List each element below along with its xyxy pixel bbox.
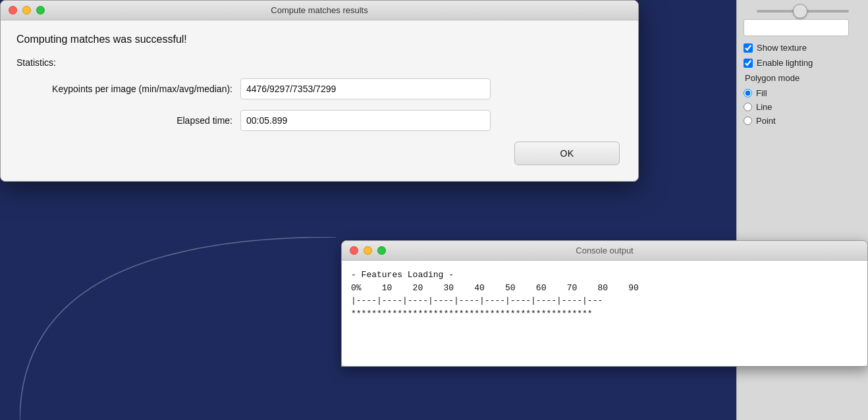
elapsed-row: Elapsed time: — [16, 110, 622, 131]
console-window: Console output - Features Loading - 0% 1… — [341, 240, 868, 367]
console-window-controls — [350, 246, 386, 255]
console-body: - Features Loading - 0% 10 20 30 40 50 6… — [342, 261, 867, 366]
console-line-1: - Features Loading - — [351, 269, 858, 282]
line-radio-row: Line — [744, 102, 861, 112]
compute-matches-dialog: Compute matches results Computing matche… — [0, 0, 639, 182]
point-radio[interactable] — [744, 117, 752, 125]
show-texture-label: Show texture — [757, 43, 807, 53]
console-titlebar: Console output — [342, 241, 867, 261]
fill-radio[interactable] — [744, 89, 752, 97]
console-maximize-button[interactable] — [377, 246, 386, 255]
window-controls — [9, 6, 45, 14]
show-texture-checkbox[interactable] — [744, 43, 753, 53]
keypoints-input[interactable] — [240, 78, 491, 99]
enable-lighting-row: Enable lighting — [744, 58, 861, 68]
point-label: Point — [756, 116, 776, 126]
sidebar-text-input[interactable] — [744, 19, 849, 36]
console-line-3: |----|----|----|----|----|----|----|----… — [351, 294, 858, 307]
dialog-title: Compute matches results — [271, 5, 367, 15]
console-line-4: ****************************************… — [351, 307, 858, 321]
ok-button[interactable]: OK — [514, 142, 620, 165]
fill-radio-row: Fill — [744, 88, 861, 98]
maximize-button[interactable] — [36, 6, 45, 14]
dialog-titlebar: Compute matches results — [1, 1, 638, 20]
console-minimize-button[interactable] — [364, 246, 372, 255]
stats-label: Statistics: — [16, 57, 622, 68]
minimize-button[interactable] — [22, 6, 31, 14]
success-text: Computing matches was successful! — [16, 34, 622, 45]
point-radio-row: Point — [744, 116, 861, 126]
console-close-button[interactable] — [350, 246, 358, 255]
dialog-body: Computing matches was successful! Statis… — [1, 20, 638, 181]
slider-thumb[interactable] — [793, 4, 807, 18]
polygon-mode-label: Polygon mode — [745, 73, 861, 83]
enable-lighting-label: Enable lighting — [757, 58, 813, 68]
show-texture-row: Show texture — [744, 43, 861, 53]
elapsed-input[interactable] — [240, 110, 491, 131]
close-button[interactable] — [9, 6, 17, 14]
console-line-2: 0% 10 20 30 40 50 60 70 80 90 — [351, 282, 858, 295]
enable-lighting-checkbox[interactable] — [744, 59, 753, 68]
elapsed-label: Elapsed time: — [16, 115, 240, 126]
viewport-arc — [20, 237, 349, 420]
console-title: Console output — [576, 246, 633, 255]
slider-track — [757, 10, 849, 13]
dialog-footer: OK — [16, 142, 622, 165]
line-label: Line — [756, 102, 773, 112]
fill-label: Fill — [756, 88, 767, 98]
line-radio[interactable] — [744, 103, 752, 111]
keypoints-label: Keypoints per image (min/max/avg/median)… — [16, 84, 240, 94]
keypoints-row: Keypoints per image (min/max/avg/median)… — [16, 78, 622, 99]
